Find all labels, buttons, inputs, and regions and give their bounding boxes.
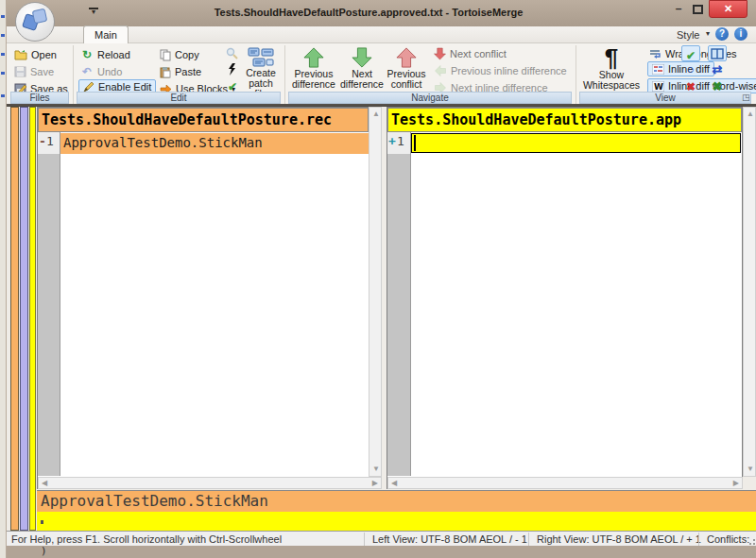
scroll-up-icon[interactable]: ▲ [747,109,754,120]
arrow-up-green-icon [303,46,324,69]
scroll-down-icon[interactable]: ▼ [747,464,754,475]
maximize-button[interactable] [693,5,703,14]
paste-icon [160,66,171,78]
regex-filter-button[interactable] [227,63,237,76]
patch-file-icon [248,47,274,68]
locator-bar-merged[interactable] [20,107,28,531]
next-difference-button[interactable]: Next difference [339,46,385,90]
window-bottom-frame: ) [7,546,756,558]
pilcrow-icon: ¶ [605,45,618,70]
status-conflicts: Conflicts: [698,533,746,546]
minimize-button[interactable]: – [671,3,686,17]
tab-main[interactable]: Main [83,25,129,43]
app-icon[interactable] [15,2,55,42]
find-button[interactable] [226,47,238,59]
close-button[interactable]: ✕ [709,0,747,18]
right-horizontal-scrollbar[interactable]: ◀ ▶ [387,477,743,489]
show-whitespaces-button[interactable]: ¶ Show Whitespaces [579,45,644,91]
tortoisemerge-window: ▾ Tests.ShouldHaveDefaultPosture.approve… [0,0,756,558]
open-button[interactable]: Open [14,47,57,62]
copy-button[interactable]: Copy [160,47,199,62]
left-vertical-scrollbar[interactable]: ▲ ▼ [369,107,382,477]
group-caption-view: View [579,92,751,104]
info-icon[interactable]: i [734,27,747,41]
left-pane [37,107,382,489]
undo-button[interactable]: ↶ Undo [80,64,122,79]
resize-grip[interactable] [749,539,755,545]
left-gutter-empty [38,154,60,476]
dialog-launcher-icon[interactable]: ◳ [742,93,750,103]
scroll-up-icon[interactable]: ▲ [372,109,380,120]
quick-access-dropdown-icon[interactable]: ▾ [89,8,98,17]
next-conflict-button[interactable]: Next conflict [434,46,507,61]
left-line-number: 1 [46,134,54,148]
scroll-left-icon[interactable]: ◀ [42,478,47,489]
arrow-up-red-icon [396,46,417,69]
save-button[interactable]: Save [14,64,54,79]
right-line-1[interactable] [411,133,741,153]
group-caption-files: Files [10,92,69,104]
group-caption-edit: Edit [77,92,281,104]
scroll-left-icon[interactable]: ◀ [391,478,397,489]
open-folder-icon [14,49,27,60]
status-bar: For Help, press F1. Scroll horizontally … [7,531,756,546]
right-gutter-empty [387,154,411,476]
line-diff-left-text: ApprovalTestDemo.StickMan [37,490,756,512]
arrow-down-red-icon [434,47,446,60]
split-view-icon [711,48,724,59]
undo-icon: ↶ [80,66,94,77]
reload-icon: ↻ [80,49,94,60]
right-line-number: 1 [397,134,404,148]
switch-views-icon[interactable]: ⇄ [711,64,724,76]
wrap-lines-icon [649,49,662,59]
arrow-left-pale-green-icon [435,64,446,77]
arrow-down-green-icon [352,46,372,69]
use-left-block-button[interactable]: ✔ [681,45,700,61]
inline-diff-icon [652,64,664,75]
previous-inline-difference-button[interactable]: Previous inline difference [434,63,567,78]
style-dropdown-icon[interactable]: ▾ [706,29,710,38]
text-caret [414,135,416,151]
line-diff-right-text [37,512,756,531]
right-pane [387,107,743,489]
previous-conflict-button[interactable]: Previous conflict [385,46,428,90]
two-pane-view-button[interactable] [708,45,727,61]
copy-icon [160,49,171,61]
circle-icon[interactable]: ○ [684,64,697,76]
svg-text:W: W [654,82,663,92]
check-icon: ✔ [686,49,696,62]
paste-button[interactable]: Paste [160,64,201,79]
status-left-view: Left View: UTF-8 BOM AEOL / - 1 [364,533,526,546]
save-floppy-icon [14,66,26,77]
scroll-right-icon[interactable]: ▶ [372,478,378,489]
added-sign: + [388,134,396,148]
ribbon: Open Save Save as Files ↻ Reload ↶ Undo … [7,43,756,106]
window-title: Tests.ShouldHaveDefaultPosture.approved.… [104,7,633,18]
scroll-right-icon[interactable]: ▶ [733,478,739,489]
caret-mark [41,520,43,524]
locator-bar-right[interactable] [29,107,36,531]
status-help-text: For Help, press F1. Scroll horizontally … [7,533,282,546]
word-wise-icon: W [652,81,664,92]
locator-bar-left[interactable] [10,107,19,531]
left-horizontal-scrollbar[interactable]: ◀ ▶ [38,477,382,489]
left-line-1[interactable]: ApprovalTestDemo.StickMan [60,133,369,154]
removed-sign: - [39,134,46,148]
scroll-down-icon[interactable]: ▼ [372,464,380,475]
help-icon[interactable]: ? [715,27,729,41]
reload-button[interactable]: ↻ Reload [80,47,130,62]
right-line-gutter: + 1 [387,132,411,154]
status-right-view: Right View: UTF-8 BOM AEOL / + 1 [528,533,696,546]
background-window-sliver [0,0,7,558]
inline-diff-button[interactable]: Inline diff [647,61,714,76]
background-code-text: ) [41,545,47,557]
group-caption-navigate: Navigate [288,92,572,104]
lightning-icon [227,63,237,76]
style-menu[interactable]: Style [677,29,699,41]
previous-difference-button[interactable]: Previous difference [290,46,337,90]
right-pane-header: Tests.ShouldHaveDefaultPosture.app [387,108,742,132]
left-line-gutter: - 1 [38,132,60,154]
left-pane-header: Tests.ShouldHaveDefaultPosture.rec [38,108,369,132]
search-icon [226,47,238,59]
right-vertical-scrollbar[interactable]: ▲ ▼ [743,107,756,477]
